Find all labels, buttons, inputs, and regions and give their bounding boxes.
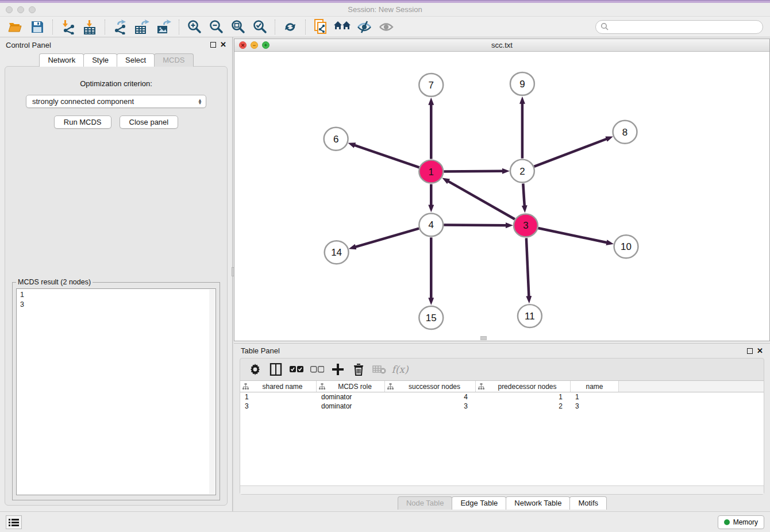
table-toolbar: f(x) [240,358,764,380]
table-hscrollbar[interactable] [240,485,764,494]
tab-mcds[interactable]: MCDS [154,53,193,67]
close-panel-icon[interactable]: ✕ [220,42,226,48]
node-label-15: 15 [426,313,437,323]
import-table-button[interactable] [79,18,101,36]
delete-table-button[interactable] [370,361,388,378]
table-tabs: Node TableEdge TableNetwork TableMotifs [234,495,770,511]
edge-2-8[interactable] [534,139,606,167]
select-all-columns-button[interactable] [287,361,306,378]
function-builder-button[interactable]: f(x) [391,361,409,378]
open-session-button[interactable] [5,18,26,36]
column-header-MCDS-role[interactable]: MCDS role [317,381,385,392]
main-titlebar[interactable]: Session: New Session [0,3,770,17]
show-all-button[interactable] [375,18,397,36]
export-image-button[interactable] [153,18,175,36]
import-network-button[interactable] [57,18,79,36]
cell-name[interactable]: 3 [571,402,619,411]
cell-shared-name[interactable]: 1 [240,392,317,402]
memory-button[interactable]: Memory [718,515,764,529]
cell-name[interactable]: 1 [571,392,619,402]
zoom-out-button[interactable] [205,18,227,36]
tab-network-table[interactable]: Network Table [506,496,570,510]
table-panel-header: Table Panel ✕ [234,344,770,358]
tab-edge-table[interactable]: Edge Table [452,496,506,510]
edge-3-11[interactable] [526,238,529,296]
result-scrollbar[interactable] [209,290,215,494]
control-panel-header: Control Panel ✕ [0,37,232,52]
open-session-icon [8,21,23,33]
toolbar-separator [105,20,105,34]
export-table-button[interactable] [131,18,153,36]
column-header-name[interactable]: name [571,381,619,392]
edge-3-1[interactable] [448,181,515,219]
criterion-select[interactable]: strongly connected component ▲▼ [26,95,206,108]
split-view-button[interactable] [267,361,285,378]
network-canvas[interactable]: 7968124314101511 [234,52,769,341]
toolbar-separator [275,20,275,34]
canvas-scroll-grip[interactable] [480,336,487,340]
zoom-in-button[interactable] [183,18,205,36]
cell-predecessor-nodes[interactable]: 1 [476,392,571,402]
deselect-all-checkboxes-icon [310,366,324,373]
mcds-tab-content: Optimization criterion: strongly connect… [5,66,228,506]
apply-layout-button[interactable] [279,18,301,36]
new-network-from-selection-button[interactable] [310,18,332,36]
edge-4-14[interactable] [355,229,419,247]
hide-selected-button[interactable] [353,18,375,36]
zoom-fit-button[interactable] [227,18,249,36]
search-field[interactable] [595,20,763,34]
float-table-panel-icon[interactable] [747,348,753,354]
save-session-button[interactable] [26,18,48,36]
cell-successor-nodes[interactable]: 3 [385,402,476,411]
column-header-shared-name[interactable]: shared name [240,381,317,392]
header-filler [619,381,764,392]
cell-successor-nodes[interactable]: 4 [385,392,476,402]
mcds-result-text[interactable]: 1 3 [16,288,216,495]
search-input[interactable] [609,23,758,31]
new-network-from-selection-icon [313,19,328,35]
delete-column-button[interactable] [349,361,368,378]
tab-network[interactable]: Network [39,53,84,67]
table-body: 1dominator4113dominator323 [240,392,764,411]
column-header-predecessor-nodes[interactable]: predecessor nodes [476,381,571,392]
close-panel-button[interactable]: Close panel [120,115,179,129]
tab-style[interactable]: Style [83,53,117,67]
close-table-panel-icon[interactable]: ✕ [757,348,763,354]
toolbar-separator [52,20,53,34]
gear-icon [249,364,261,375]
delete-column-icon [353,364,364,376]
cell-MCDS-role[interactable]: dominator [317,392,385,402]
deselect-all-columns-button[interactable] [308,361,326,378]
tab-motifs[interactable]: Motifs [569,496,607,510]
column-header-successor-nodes[interactable]: successor nodes [385,381,476,392]
export-network-button[interactable] [109,18,131,36]
home-button[interactable] [332,18,353,36]
control-panel: Control Panel ✕ NetworkStyleSelectMCDS O… [0,37,232,511]
create-column-button[interactable] [329,361,347,378]
run-mcds-button[interactable]: Run MCDS [54,115,111,129]
edge-4-3[interactable] [444,225,506,226]
tab-node-table[interactable]: Node Table [398,496,453,510]
select-arrows-icon: ▲▼ [198,99,202,105]
cell-MCDS-role[interactable]: dominator [317,402,385,411]
edge-1-6[interactable] [355,145,419,168]
attribute-icon [476,383,484,390]
edge-3-10[interactable] [538,228,607,242]
table-settings-button[interactable] [246,361,264,378]
task-history-button[interactable] [6,515,22,529]
edge-1-2[interactable] [444,171,503,172]
task-list-icon [9,518,19,526]
network-window-titlebar[interactable]: ✕ − + scc.txt [234,39,769,52]
tab-select[interactable]: Select [117,53,155,67]
show-all-icon [378,20,394,34]
import-table-icon [83,20,97,34]
cell-shared-name[interactable]: 3 [240,402,317,411]
zoom-selected-button[interactable] [249,18,271,36]
table-row[interactable]: 1dominator411 [240,392,764,402]
node-label-7: 7 [429,80,434,91]
table-row[interactable]: 3dominator323 [240,402,764,411]
app-window: Session: New Session [0,0,770,532]
float-panel-icon[interactable] [210,42,216,48]
edge-2-3[interactable] [523,184,524,206]
cell-predecessor-nodes[interactable]: 2 [476,402,571,411]
